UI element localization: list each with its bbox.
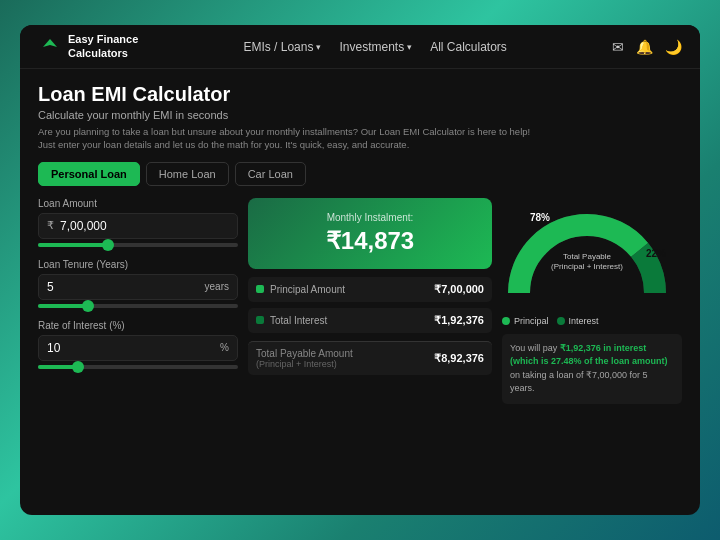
rate-slider[interactable]	[38, 365, 238, 369]
rupee-prefix: ₹	[47, 219, 54, 232]
loan-tenure-label: Loan Tenure (Years)	[38, 259, 238, 270]
page-description: Are you planning to take a loan but unsu…	[38, 125, 538, 152]
loan-amount-slider[interactable]	[38, 243, 238, 247]
info-text: You will pay ₹1,92,376 in interest (whic…	[502, 334, 682, 404]
interest-dot	[256, 316, 264, 324]
slider-fill	[38, 304, 88, 308]
moon-icon[interactable]: 🌙	[665, 39, 682, 55]
chevron-down-icon: ▾	[316, 42, 321, 52]
legend-interest-dot	[557, 317, 565, 325]
slider-thumb[interactable]	[82, 300, 94, 312]
slider-track	[38, 365, 238, 369]
tab-home-loan[interactable]: Home Loan	[146, 162, 229, 186]
left-panel: Loan Amount ₹ 7,00,000 Loan Tenure (Yea	[38, 198, 238, 488]
logo-text: Easy Finance Calculators	[68, 33, 138, 59]
emi-label: Monthly Instalment:	[262, 212, 478, 223]
bell-icon[interactable]: 🔔	[636, 39, 653, 55]
loan-amount-group: Loan Amount ₹ 7,00,000	[38, 198, 238, 247]
breakdown-section: Principal Amount ₹7,00,000 Total Interes…	[248, 277, 492, 375]
legend-interest: Interest	[557, 316, 599, 326]
principal-label: Principal Amount	[270, 284, 345, 295]
center-panel: Monthly Instalment: ₹14,873 Principal Am…	[248, 198, 492, 488]
logo: Easy Finance Calculators	[38, 33, 138, 59]
total-row: Total Payable Amount (Principal + Intere…	[248, 341, 492, 375]
legend-principal-dot	[502, 317, 510, 325]
loan-amount-value: 7,00,000	[60, 219, 229, 233]
interest-highlight: ₹1,92,376 in interest (which is 27.48% o…	[510, 343, 668, 367]
legend-principal: Principal	[502, 316, 549, 326]
total-label: Total Payable Amount	[256, 348, 353, 359]
donut-chart-container: 78% 22% Total Payable (Principal + Inter…	[502, 198, 672, 308]
principal-row: Principal Amount ₹7,00,000	[248, 277, 492, 302]
principal-pct-label: 78%	[530, 212, 550, 223]
navbar: Easy Finance Calculators EMIs / Loans ▾ …	[20, 25, 700, 69]
chart-legend: Principal Interest	[502, 316, 682, 326]
loan-type-tabs: Personal Loan Home Loan Car Loan	[38, 162, 682, 186]
interest-pct-label: 22%	[646, 248, 666, 259]
interest-label: Total Interest	[270, 315, 327, 326]
app-window: Easy Finance Calculators EMIs / Loans ▾ …	[20, 25, 700, 515]
slider-thumb[interactable]	[102, 239, 114, 251]
nav-investments[interactable]: Investments ▾	[339, 40, 412, 54]
loan-tenure-input[interactable]: 5 years	[38, 274, 238, 300]
slider-track	[38, 304, 238, 308]
loan-amount-input[interactable]: ₹ 7,00,000	[38, 213, 238, 239]
loan-tenure-slider[interactable]	[38, 304, 238, 308]
rate-label: Rate of Interest (%)	[38, 320, 238, 331]
nav-emis-loans[interactable]: EMIs / Loans ▾	[243, 40, 321, 54]
loan-tenure-group: Loan Tenure (Years) 5 years	[38, 259, 238, 308]
emi-value: ₹14,873	[262, 227, 478, 255]
principal-dot	[256, 285, 264, 293]
interest-row: Total Interest ₹1,92,376	[248, 308, 492, 333]
interest-value: ₹1,92,376	[434, 314, 484, 327]
principal-value: ₹7,00,000	[434, 283, 484, 296]
slider-fill	[38, 243, 108, 247]
rate-input[interactable]: 10 %	[38, 335, 238, 361]
tab-personal-loan[interactable]: Personal Loan	[38, 162, 140, 186]
slider-thumb[interactable]	[72, 361, 84, 373]
total-sublabel: (Principal + Interest)	[256, 359, 353, 369]
legend-principal-label: Principal	[514, 316, 549, 326]
main-grid: Loan Amount ₹ 7,00,000 Loan Tenure (Yea	[38, 198, 682, 488]
emi-card: Monthly Instalment: ₹14,873	[248, 198, 492, 269]
slider-track	[38, 243, 238, 247]
rate-suffix: %	[220, 342, 229, 353]
donut-center-label: Total Payable (Principal + Interest)	[547, 252, 627, 273]
page-subtitle: Calculate your monthly EMI in seconds	[38, 109, 682, 121]
loan-tenure-value: 5	[47, 280, 199, 294]
legend-interest-label: Interest	[569, 316, 599, 326]
chevron-down-icon: ▾	[407, 42, 412, 52]
loan-amount-label: Loan Amount	[38, 198, 238, 209]
content-area: Loan EMI Calculator Calculate your month…	[20, 69, 700, 515]
logo-icon	[38, 35, 62, 59]
tab-car-loan[interactable]: Car Loan	[235, 162, 306, 186]
tenure-suffix: years	[205, 281, 229, 292]
rate-value: 10	[47, 341, 214, 355]
envelope-icon[interactable]: ✉	[612, 39, 624, 55]
right-panel: 78% 22% Total Payable (Principal + Inter…	[502, 198, 682, 488]
rate-group: Rate of Interest (%) 10 %	[38, 320, 238, 369]
nav-links: EMIs / Loans ▾ Investments ▾ All Calcula…	[162, 40, 588, 54]
nav-actions: ✉ 🔔 🌙	[612, 39, 682, 55]
total-value: ₹8,92,376	[434, 352, 484, 365]
center-text: Total Payable (Principal + Interest)	[547, 252, 627, 273]
nav-all-calculators[interactable]: All Calculators	[430, 40, 507, 54]
page-title: Loan EMI Calculator	[38, 83, 682, 106]
